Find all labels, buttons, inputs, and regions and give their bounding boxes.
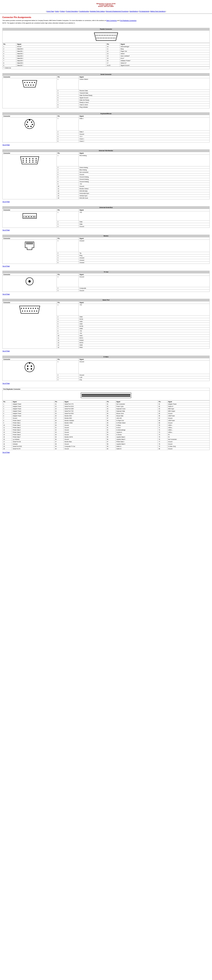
svg-point-25 [24,82,25,83]
svg-point-81 [27,311,28,312]
svg-point-1 [97,35,98,36]
svg-point-26 [27,82,28,83]
svg-point-29 [34,82,35,83]
top-nav: | Home Page | Notice | Preface | Product… [0,11,212,12]
top-link[interactable]: Top of Page [2,144,10,145]
svg-point-23 [113,38,114,38]
svg-point-91 [31,368,32,370]
svg-point-40 [27,126,29,127]
svg-point-3 [101,35,101,36]
title-line2: Presario 1800 Series [2,4,210,6]
svg-point-33 [33,85,34,86]
svg-rect-92 [81,393,131,398]
connector-section: ModemConnectorPinSignal1Unused2Tip3Ring4… [2,235,210,264]
nav-removal[interactable]: Removal & Replacement Procedures [106,11,128,12]
nav-pins[interactable]: Pin Assignments [139,11,149,12]
svg-point-16 [101,38,102,38]
svg-point-78 [37,308,38,309]
svg-point-38 [26,124,27,125]
svg-point-51 [35,160,37,161]
svg-point-27 [29,82,30,83]
svg-point-17 [103,38,104,38]
svg-rect-66 [30,242,31,244]
nav-notice[interactable]: Notice [55,11,59,12]
svg-point-42 [22,158,24,159]
svg-rect-87 [29,363,30,364]
svg-rect-65 [29,242,29,244]
svg-point-15 [100,38,101,38]
top-link[interactable]: Top of Page [2,350,10,352]
connector-section: Keyboard/MouseConnectorPinSignal1Data 12… [2,112,210,143]
svg-point-10 [112,35,113,36]
svg-point-13 [96,38,97,38]
svg-point-73 [26,308,27,309]
nav-troubleshooting[interactable]: Troubleshooting [79,11,89,12]
svg-point-18 [105,38,106,38]
page-header: Maintenance & Service Guide Presario 180… [0,0,212,9]
intro-text: This section provides connector pin assi… [2,20,210,21]
svg-point-83 [31,311,32,312]
svg-rect-35 [29,119,30,121]
svg-point-36 [27,121,28,123]
section-title: Connector Pin Assignments [2,16,210,18]
svg-point-46 [35,158,37,159]
connector-section: S VideoConnectorPinSignal1Ground2Ground3… [2,356,210,381]
connector-section: Universal Serial BusConnectorPinSignal1+… [2,206,210,228]
top-link[interactable]: Top of Page [2,229,10,231]
nav-preface[interactable]: Preface [60,11,65,12]
svg-point-71 [21,308,22,309]
nav-battery[interactable]: Battery Pack Operations [150,11,165,12]
svg-point-80 [24,311,25,312]
port-replicator-icon [80,392,132,398]
nav-home[interactable]: Home Page [47,11,54,12]
connector-section: Parallel ConnectorPinSignalPinSignal1Str… [2,28,210,69]
top-link[interactable]: Top of Page [2,266,10,267]
svg-point-48 [26,160,27,161]
svg-point-0 [96,35,96,36]
svg-point-74 [28,308,29,309]
svg-point-50 [32,160,34,161]
svg-point-56 [35,162,37,163]
svg-point-11 [114,35,114,36]
svg-point-32 [30,85,31,86]
svg-point-86 [25,363,34,372]
nav-specs[interactable]: Specifications [130,11,138,12]
svg-point-8 [109,35,109,36]
top-link[interactable]: Top of Page [2,201,10,202]
svg-point-90 [27,368,29,370]
svg-point-30 [25,85,26,86]
svg-point-55 [32,162,34,163]
svg-point-43 [26,158,27,159]
svg-point-77 [35,308,36,309]
svg-point-47 [22,160,24,161]
svg-point-79 [22,311,23,312]
svg-point-70 [29,280,31,283]
svg-point-12 [116,35,116,36]
svg-rect-61 [31,216,32,217]
svg-point-28 [32,82,32,83]
svg-point-53 [26,162,27,163]
svg-point-31 [28,85,29,86]
svg-point-75 [30,308,31,309]
svg-rect-68 [32,242,33,244]
link-port-replicator[interactable]: Port Replicator Connectors [120,20,137,21]
top-link[interactable]: Top of Page [2,293,10,295]
svg-point-49 [29,160,30,161]
svg-point-76 [32,308,34,309]
nav-product[interactable]: Product Description [66,11,78,12]
link-back-connectors[interactable]: Back Connectors [106,20,117,21]
svg-point-20 [108,38,109,38]
svg-point-2 [99,35,100,36]
svg-rect-63 [26,242,27,244]
svg-point-52 [22,162,24,163]
top-link[interactable]: Top of Page [2,383,10,384]
top-link[interactable]: Top of Page [2,452,10,453]
svg-point-89 [31,366,32,367]
svg-point-37 [31,121,32,123]
svg-rect-59 [26,216,27,217]
svg-point-85 [36,311,37,312]
nav-parts[interactable]: Illustrated Parts Catalog [90,11,104,12]
pr-title: Port Replicator Connector [3,388,210,390]
svg-point-5 [104,35,105,36]
svg-point-44 [29,158,30,159]
